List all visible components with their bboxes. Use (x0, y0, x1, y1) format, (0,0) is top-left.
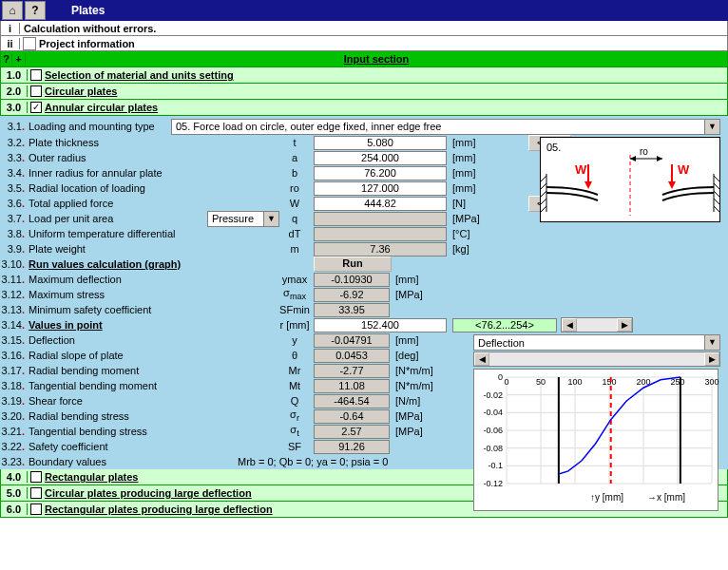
scroll-track[interactable] (489, 352, 704, 366)
row-label: Maximum stress (29, 289, 276, 300)
svg-line-2 (541, 183, 546, 189)
info-index-i: i (1, 23, 20, 34)
section-help-icon[interactable]: ? (1, 53, 12, 65)
row-symbol: ymax (276, 274, 314, 285)
scroll-left-icon[interactable]: ◀ (474, 352, 489, 366)
svg-text:0: 0 (498, 372, 503, 382)
scroll-right-icon[interactable]: ▶ (617, 318, 632, 332)
section-2-checkbox[interactable] (30, 86, 42, 97)
svg-line-1 (541, 176, 546, 181)
info-index-ii: ii (1, 38, 20, 49)
row-symbol: ro (276, 182, 314, 194)
section-1-header[interactable]: 1.0 Selection of material and units sett… (0, 67, 728, 84)
row-num: 3.7. (0, 213, 29, 224)
result-value: -2.77 (314, 364, 390, 378)
param-input[interactable] (314, 151, 447, 165)
svg-marker-17 (584, 181, 592, 189)
help-icon[interactable]: ? (25, 1, 46, 20)
section-3-header[interactable]: 3.0 ✓ Annular circular plates (0, 100, 728, 116)
chevron-down-icon[interactable]: ▼ (263, 212, 278, 226)
row-num: 3.15. (0, 334, 29, 346)
result-value: -0.64 (314, 409, 390, 424)
svg-text:→x [mm]: →x [mm] (647, 492, 685, 503)
scroll-left-icon[interactable]: ◀ (562, 318, 577, 332)
app-icon[interactable]: ⌂ (2, 1, 23, 20)
loading-diagram: 05. ro W W (540, 137, 720, 222)
row-label: Tangential bending stress (29, 426, 276, 437)
section-2-header[interactable]: 2.0 Circular plates (0, 84, 728, 100)
point-scrollbar[interactable]: ◀ ▶ (561, 317, 633, 332)
loading-type-dropdown[interactable]: 05. Force load on circle, outer edge fix… (171, 119, 720, 135)
section-5-checkbox[interactable] (30, 487, 42, 499)
row-label: Deflection (29, 334, 276, 346)
row-label: Outer radius (29, 152, 276, 163)
section-3-body: 3.1. Loading and mounting type 05. Force… (0, 116, 728, 469)
chevron-down-icon[interactable]: ▼ (704, 335, 719, 350)
section-1-checkbox[interactable] (30, 69, 42, 81)
result-row: 3.12. Maximum stress σmax -6.92 [MPa] (0, 287, 728, 302)
section-expand-icon[interactable]: + (12, 53, 26, 65)
row-num: 3.17. (0, 365, 29, 376)
row-unit: [mm] (452, 182, 500, 194)
info-row-i: i Calculation without errors. (0, 21, 728, 36)
dropdown-value: 05. Force load on circle, outer edge fix… (172, 121, 704, 132)
info-checkbox-ii[interactable] (23, 37, 36, 50)
row-unit: [N/m] (395, 395, 443, 407)
section-4-checkbox[interactable] (30, 471, 42, 483)
row-symbol: y (276, 334, 314, 346)
svg-marker-19 (668, 181, 676, 189)
param-input[interactable] (314, 166, 447, 180)
load-type-dropdown[interactable]: Pressure▼ (207, 211, 279, 227)
row-num: 3.20. (0, 410, 29, 422)
svg-text:300: 300 (704, 377, 718, 387)
svg-line-11 (714, 206, 719, 212)
row-symbol: θ (276, 350, 314, 361)
section-6-checkbox[interactable] (30, 504, 42, 515)
row-label: Plate thickness (29, 137, 276, 148)
section-3-checkbox[interactable]: ✓ (30, 102, 42, 113)
param-input (314, 227, 447, 241)
scroll-right-icon[interactable]: ▶ (704, 352, 719, 366)
chart-scrollbar[interactable]: ◀ ▶ (473, 352, 720, 367)
scroll-track[interactable] (577, 318, 617, 332)
section-6-num: 6.0 (1, 504, 28, 515)
svg-text:-0.08: -0.08 (483, 444, 503, 453)
row-unit: [MPa] (395, 426, 443, 437)
dropdown-value: Pressure (208, 213, 263, 224)
row-symbol: t (276, 137, 314, 148)
row-run: 3.10. Run values calculation (graph) Run (0, 256, 728, 272)
param-input[interactable] (314, 197, 447, 211)
svg-line-4 (541, 199, 546, 204)
section-2-num: 2.0 (1, 86, 28, 97)
row-num: 3.3. (0, 152, 29, 163)
row-label: Values in point (29, 319, 276, 331)
row-num: 3.2. (0, 137, 29, 148)
section-1-label: Selection of material and units setting (45, 69, 234, 81)
row-symbol: σmax (276, 287, 314, 301)
row-unit: [N*m/m] (395, 380, 443, 391)
svg-marker-15 (630, 156, 636, 162)
row-num: 3.19. (0, 395, 29, 407)
section-3-label: Annular circular plates (45, 102, 158, 113)
chevron-down-icon[interactable]: ▼ (704, 120, 719, 134)
row-symbol: Mt (276, 380, 314, 391)
chart-type-dropdown[interactable]: Deflection ▼ (473, 334, 720, 351)
diagram-label: 05. (546, 142, 561, 153)
row-label: Safety coefficient (29, 441, 276, 452)
row-symbol: Mr (276, 365, 314, 376)
title-bar: ⌂ ? Plates (0, 0, 728, 21)
section-5-num: 5.0 (1, 487, 28, 499)
point-input[interactable] (314, 318, 447, 332)
row-label: Loading and mounting type (29, 121, 171, 132)
row-num: 3.14. (0, 319, 29, 331)
row-num: 3.11. (0, 274, 29, 285)
param-input[interactable] (314, 181, 447, 196)
section-1-num: 1.0 (1, 69, 28, 81)
param-row: 3.8. Uniform temperature differential dT… (0, 226, 728, 241)
result-row: 3.11. Maximum deflection ymax -0.10930 [… (0, 272, 728, 287)
section-4-num: 4.0 (1, 471, 28, 483)
param-input[interactable] (314, 136, 447, 150)
svg-line-9 (714, 191, 719, 197)
run-button[interactable]: Run (314, 256, 392, 272)
result-value: -0.10930 (314, 273, 390, 287)
